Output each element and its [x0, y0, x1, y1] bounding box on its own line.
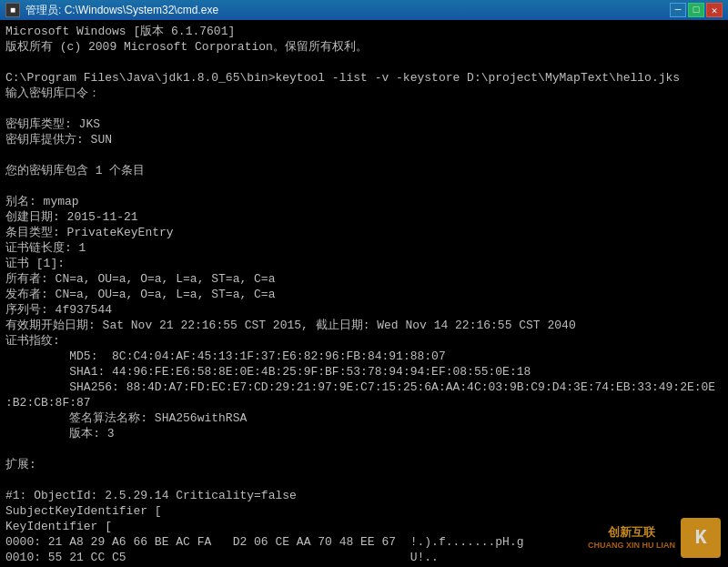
window-controls: ─ □ ✕ [670, 3, 723, 17]
terminal-line: 序列号: 4f937544 [5, 302, 723, 318]
close-button[interactable]: ✕ [706, 3, 723, 17]
terminal-output: Microsoft Windows [版本 6.1.7601]版权所有 (c) … [5, 24, 723, 567]
terminal-line: SHA1: 44:96:FE:E6:58:8E:0E:4B:25:9F:BF:5… [5, 364, 723, 380]
terminal-line: 证书指纹: [5, 333, 723, 349]
terminal-line: 版权所有 (c) 2009 Microsoft Corporation。保留所有… [5, 39, 723, 55]
terminal-line: 创建日期: 2015-11-21 [5, 209, 723, 225]
window-title: 管理员: C:\Windows\System32\cmd.exe [25, 3, 218, 18]
terminal-line: 证书链长度: 1 [5, 240, 723, 256]
terminal-line: 密钥库类型: JKS [5, 116, 723, 132]
terminal-line [5, 55, 723, 70]
watermark-logo: K [681, 518, 721, 558]
terminal-area: Microsoft Windows [版本 6.1.7601]版权所有 (c) … [0, 20, 728, 567]
terminal-line: 证书 [1]: [5, 256, 723, 271]
terminal-line: 别名: mymap [5, 194, 723, 209]
terminal-line: 发布者: CN=a, OU=a, O=a, L=a, ST=a, C=a [5, 287, 723, 302]
maximize-button[interactable]: □ [688, 3, 704, 17]
watermark-text-block: 创新互联 CHUANG XIN HU LIAN [588, 525, 675, 552]
titlebar-left: ■ 管理员: C:\Windows\System32\cmd.exe [5, 3, 218, 18]
terminal-line [5, 147, 723, 163]
terminal-line: 扩展: [5, 457, 723, 472]
terminal-line: 您的密钥库包含 1 个条目 [5, 163, 723, 178]
terminal-line: 输入密钥库口令： [5, 86, 723, 101]
terminal-line: 所有者: CN=a, OU=a, O=a, L=a, ST=a, C=a [5, 271, 723, 287]
terminal-line [5, 441, 723, 457]
terminal-line: 条目类型: PrivateKeyEntry [5, 225, 723, 240]
watermark-brand: 创新互联 CHUANG XIN HU LIAN [588, 525, 675, 552]
terminal-line [5, 472, 723, 488]
terminal-line: SubjectKeyIdentifier [ [5, 503, 723, 519]
titlebar: ■ 管理员: C:\Windows\System32\cmd.exe ─ □ ✕ [0, 0, 728, 20]
terminal-line: SHA256: 88:4D:A7:FD:EC:E7:CD:29:21:97:9E… [5, 380, 723, 395]
terminal-line: C:\Program Files\Java\jdk1.8.0_65\bin>ke… [5, 70, 723, 86]
terminal-line [5, 101, 723, 116]
terminal-line: 密钥库提供方: SUN [5, 132, 723, 147]
minimize-button[interactable]: ─ [670, 3, 686, 17]
watermark: 创新互联 CHUANG XIN HU LIAN K [588, 518, 721, 558]
terminal-line: :B2:CB:8F:87 [5, 395, 723, 410]
terminal-line: 版本: 3 [5, 426, 723, 441]
terminal-line: #1: ObjectId: 2.5.29.14 Criticality=fals… [5, 488, 723, 503]
cmd-icon: ■ [5, 3, 20, 17]
terminal-line: Microsoft Windows [版本 6.1.7601] [5, 24, 723, 39]
terminal-line: 有效期开始日期: Sat Nov 21 22:16:55 CST 2015, 截… [5, 318, 723, 333]
terminal-line [5, 178, 723, 194]
terminal-line: 签名算法名称: SHA256withRSA [5, 410, 723, 426]
terminal-line: MD5: 8C:C4:04:AF:45:13:1F:37:E6:82:96:FB… [5, 349, 723, 364]
